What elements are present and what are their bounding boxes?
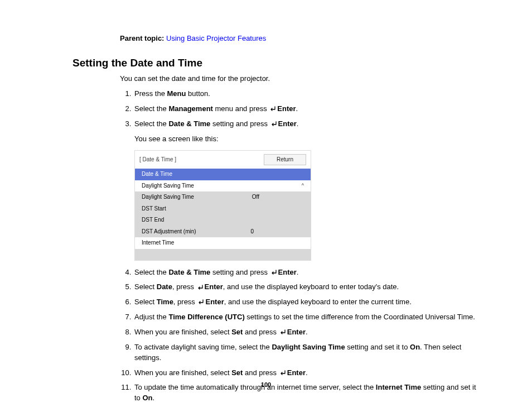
menu-row-datetime[interactable]: Date & Time <box>135 169 311 180</box>
step-2: Select the Management menu and press Ent… <box>133 104 476 114</box>
enter-icon <box>197 299 204 305</box>
menu-row-internet-time[interactable]: Internet Time <box>135 237 311 249</box>
menu-screenshot: [ Date & Time ] Return Date & Time Dayli… <box>134 150 311 261</box>
step-4: Select the Date & Time setting and press… <box>133 267 476 278</box>
step-9: To activate daylight saving time, select… <box>133 342 476 363</box>
enter-icon <box>279 329 286 336</box>
menu-row-dst-header[interactable]: Daylight Saving Time ^ <box>135 180 311 192</box>
chevron-up-icon: ^ <box>302 182 304 189</box>
step-3-subtext: You see a screen like this: <box>134 134 476 145</box>
step-6: Select Time, press Enter, and use the di… <box>133 297 476 308</box>
parent-topic-link[interactable]: Using Basic Projector Features <box>166 34 266 42</box>
intro-text: You can set the date and time for the pr… <box>120 74 476 84</box>
enter-icon <box>270 270 277 276</box>
menu-title: [ Date & Time ] <box>139 156 176 164</box>
step-5: Select Date, press Enter, and use the di… <box>133 282 476 293</box>
steps-list: Press the Menu button. Select the Manage… <box>120 89 476 404</box>
enter-icon <box>269 106 276 112</box>
step-8: When you are finished, select Set and pr… <box>133 327 476 338</box>
step-10: When you are finished, select Set and pr… <box>133 368 476 379</box>
page-heading: Setting the Date and Time <box>72 55 476 71</box>
menu-row-dst[interactable]: Daylight Saving Time Off <box>135 191 311 203</box>
step-7: Adjust the Time Difference (UTC) setting… <box>133 312 476 323</box>
menu-row-dst-start[interactable]: DST Start <box>135 203 311 215</box>
step-3: Select the Date & Time setting and press… <box>133 119 476 261</box>
enter-icon <box>196 285 204 291</box>
step-1: Press the Menu button. <box>133 89 476 99</box>
enter-icon <box>270 121 277 127</box>
return-button[interactable]: Return <box>264 154 306 166</box>
enter-icon <box>279 370 286 376</box>
parent-topic-label: Parent topic: <box>120 34 164 42</box>
parent-topic: Parent topic: Using Basic Projector Feat… <box>120 33 476 44</box>
menu-row-spacer <box>135 249 311 260</box>
page-number: 100 <box>0 381 532 390</box>
menu-row-dst-adjust[interactable]: DST Adjustment (min) 0 <box>135 226 311 238</box>
menu-header: [ Date & Time ] Return <box>135 151 311 169</box>
menu-row-dst-end[interactable]: DST End <box>135 214 311 226</box>
